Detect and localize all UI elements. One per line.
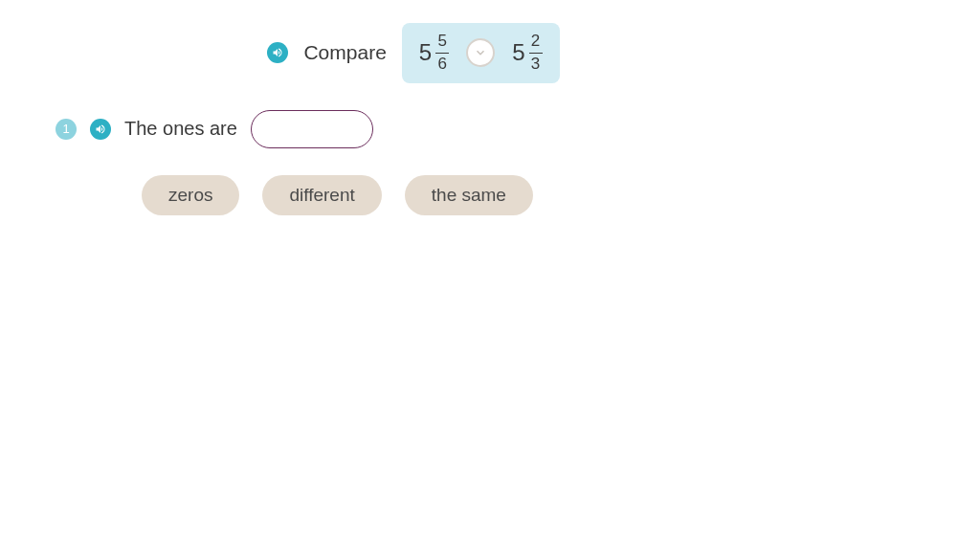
right-numerator: 2 — [531, 33, 540, 51]
comparison-dropdown[interactable] — [466, 38, 495, 67]
right-denominator: 3 — [531, 56, 540, 74]
audio-icon[interactable] — [90, 119, 111, 140]
step-text: The ones are — [124, 118, 237, 140]
left-number: 5 5 6 — [419, 33, 449, 74]
left-numerator: 5 — [437, 33, 446, 51]
left-fraction: 5 6 — [435, 33, 449, 74]
compare-label: Compare — [303, 41, 386, 64]
right-whole: 5 — [512, 39, 524, 66]
right-number: 5 2 3 — [512, 33, 542, 74]
fraction-line — [435, 53, 449, 55]
chevron-down-icon — [474, 46, 487, 59]
exercise-container: Compare 5 5 6 5 2 3 — [0, 0, 980, 215]
audio-icon[interactable] — [267, 42, 288, 63]
right-fraction: 2 3 — [529, 33, 543, 74]
option-the-same[interactable]: the same — [405, 175, 533, 215]
option-different[interactable]: different — [262, 175, 381, 215]
options-row: zeros different the same — [142, 175, 980, 215]
step-row: 1 The ones are — [56, 110, 980, 148]
answer-blank[interactable] — [251, 110, 373, 148]
option-zeros[interactable]: zeros — [142, 175, 239, 215]
step-number-badge: 1 — [56, 119, 77, 140]
left-denominator: 6 — [437, 56, 446, 74]
fraction-line — [529, 53, 543, 55]
compare-box: 5 5 6 5 2 3 — [402, 23, 560, 83]
left-whole: 5 — [419, 39, 432, 66]
compare-row: Compare 5 5 6 5 2 3 — [0, 23, 827, 83]
